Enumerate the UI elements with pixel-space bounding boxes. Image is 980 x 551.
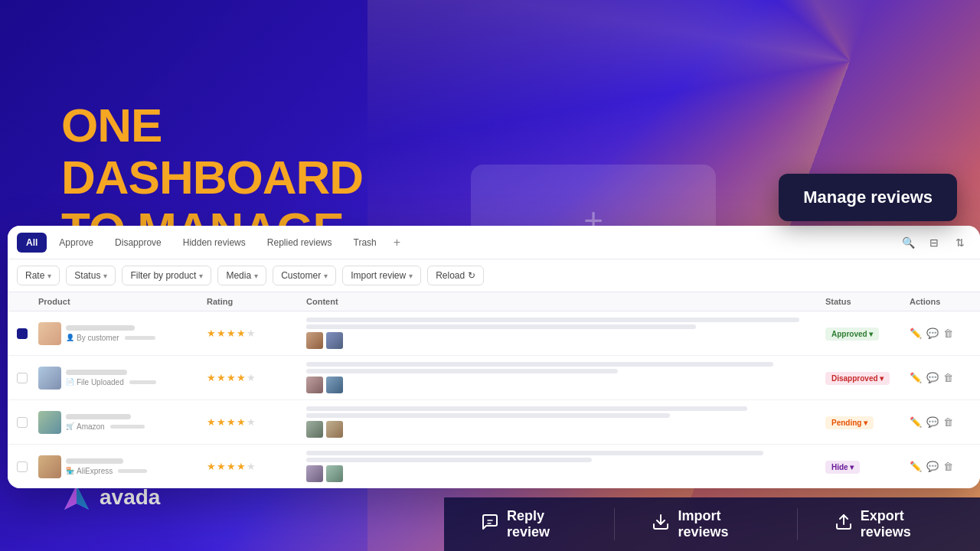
row1-checkbox[interactable]	[17, 328, 38, 339]
row2-rating: ★ ★ ★ ★ ★	[207, 372, 306, 383]
table-row: 🛒 Amazon ★ ★ ★ ★ ★	[8, 400, 980, 445]
row2-product: 📄 File Uploaded	[38, 367, 207, 390]
row3-rating: ★ ★ ★ ★ ★	[207, 416, 306, 428]
row4-content-imgs	[306, 465, 825, 482]
import-chevron-icon: ▾	[409, 272, 413, 280]
import-reviews-action[interactable]: Import reviews	[615, 508, 797, 540]
logo-text: avada	[100, 485, 160, 510]
row3-status[interactable]: Pending ▾	[825, 415, 910, 429]
edit-icon[interactable]: ✏️	[910, 328, 922, 339]
row3-checkbox[interactable]	[17, 417, 38, 428]
reload-icon: ↻	[468, 270, 475, 281]
filter-icon[interactable]: ⊟	[923, 232, 945, 253]
reload-button[interactable]: Reload ↻	[427, 266, 484, 285]
export-reviews-icon	[835, 513, 853, 536]
bottom-bar: Reply review Import reviews Export revie…	[444, 497, 980, 551]
row2-status[interactable]: Disapproved ▾	[825, 370, 910, 385]
product-filter[interactable]: Filter by product ▾	[122, 266, 211, 285]
tab-approve[interactable]: Approve	[50, 233, 103, 253]
reply-icon[interactable]: 💬	[926, 328, 939, 339]
row1-content	[306, 318, 825, 349]
edit-icon[interactable]: ✏️	[910, 461, 922, 472]
edit-icon[interactable]: ✏️	[910, 416, 922, 428]
tab-trash[interactable]: Trash	[345, 233, 386, 253]
row3-product-source: 🛒 Amazon	[66, 422, 145, 431]
media-filter[interactable]: Media ▾	[217, 266, 266, 285]
rate-chevron-icon: ▾	[47, 272, 51, 280]
header-check	[17, 297, 38, 306]
row2-content-imgs	[306, 377, 825, 393]
row2-product-bar	[66, 370, 127, 375]
row3-product-thumb	[38, 411, 61, 434]
table-row: 👤 By customer ★ ★ ★ ★ ★	[8, 311, 980, 356]
reply-review-action[interactable]: Reply review	[444, 508, 615, 540]
row4-product: 🏪 AliExpress	[38, 455, 207, 478]
delete-icon[interactable]: 🗑	[943, 328, 953, 339]
row4-product-source: 🏪 AliExpress	[66, 467, 147, 475]
add-tab-icon[interactable]: +	[389, 236, 405, 249]
row3-content	[306, 406, 825, 438]
header-rating: Rating	[207, 297, 306, 306]
row3-product-bar	[66, 414, 131, 419]
import-review-filter[interactable]: Import review ▾	[342, 266, 421, 285]
row4-status[interactable]: Hide ▾	[825, 459, 910, 474]
row3-actions: ✏️ 💬 🗑	[910, 416, 971, 428]
delete-icon[interactable]: 🗑	[943, 416, 953, 428]
search-icon[interactable]: 🔍	[897, 232, 919, 253]
row2-checkbox[interactable]	[17, 373, 38, 383]
import-reviews-icon	[652, 513, 670, 536]
row4-content	[306, 451, 825, 482]
reply-icon[interactable]: 💬	[926, 416, 939, 428]
amazon-icon: 🛒	[66, 422, 74, 430]
row4-checkbox[interactable]	[17, 461, 38, 472]
filters-bar: Rate ▾ Status ▾ Filter by product ▾ Medi…	[8, 259, 980, 292]
reply-icon[interactable]: 💬	[926, 372, 939, 383]
row2-product-source: 📄 File Uploaded	[66, 378, 156, 386]
status-filter[interactable]: Status ▾	[66, 266, 116, 285]
row2-product-thumb	[38, 367, 61, 390]
table-row: 🏪 AliExpress ★ ★ ★ ★ ★	[8, 445, 980, 488]
row1-actions: ✏️ 💬 🗑	[910, 328, 971, 339]
header-status: Status	[825, 297, 910, 306]
tabs-right-icons: 🔍 ⊟ ⇅	[897, 232, 971, 253]
product-chevron-icon: ▾	[199, 272, 203, 280]
row2-actions: ✏️ 💬 🗑	[910, 372, 971, 383]
row2-content	[306, 362, 825, 393]
row4-product-thumb	[38, 455, 61, 478]
tab-disapprove[interactable]: Disapprove	[106, 233, 171, 253]
header-content: Content	[306, 297, 825, 306]
svg-marker-2	[64, 485, 77, 510]
delete-icon[interactable]: 🗑	[943, 461, 953, 472]
row1-product-thumb	[38, 322, 61, 345]
sort-icon[interactable]: ⇅	[949, 232, 971, 253]
tab-replied[interactable]: Replied reviews	[258, 233, 341, 253]
row1-product-bar	[66, 325, 135, 331]
header-product: Product	[38, 297, 207, 306]
reply-review-icon	[481, 513, 499, 536]
delete-icon[interactable]: 🗑	[943, 372, 953, 383]
tabs-bar: All Approve Disapprove Hidden reviews Re…	[8, 226, 980, 259]
file-icon: 📄	[66, 378, 74, 386]
customer-filter[interactable]: Customer ▾	[273, 266, 336, 285]
tab-all[interactable]: All	[17, 233, 47, 253]
manage-reviews-badge[interactable]: Manage reviews	[779, 174, 957, 221]
media-chevron-icon: ▾	[254, 272, 258, 280]
edit-icon[interactable]: ✏️	[910, 372, 922, 383]
row3-content-imgs	[306, 421, 825, 438]
row3-product: 🛒 Amazon	[38, 411, 207, 434]
status-chevron-icon: ▾	[103, 272, 107, 280]
row1-content-imgs	[306, 332, 825, 349]
dashboard-panel: All Approve Disapprove Hidden reviews Re…	[8, 226, 980, 488]
customer-chevron-icon: ▾	[324, 272, 328, 280]
reply-icon[interactable]: 💬	[926, 461, 939, 472]
rate-filter[interactable]: Rate ▾	[17, 266, 60, 285]
export-reviews-action[interactable]: Export reviews	[798, 508, 980, 540]
table-row: 📄 File Uploaded ★ ★ ★ ★ ★	[8, 356, 980, 400]
table-header: Product Rating Content Status Actions	[8, 292, 980, 311]
row4-rating: ★ ★ ★ ★ ★	[207, 461, 306, 472]
row1-product-source: 👤 By customer	[66, 334, 155, 342]
row1-status[interactable]: Approved ▾	[825, 326, 910, 341]
header-actions: Actions	[910, 297, 971, 306]
tab-hidden[interactable]: Hidden reviews	[174, 233, 255, 253]
row1-rating: ★ ★ ★ ★ ★	[207, 328, 306, 339]
